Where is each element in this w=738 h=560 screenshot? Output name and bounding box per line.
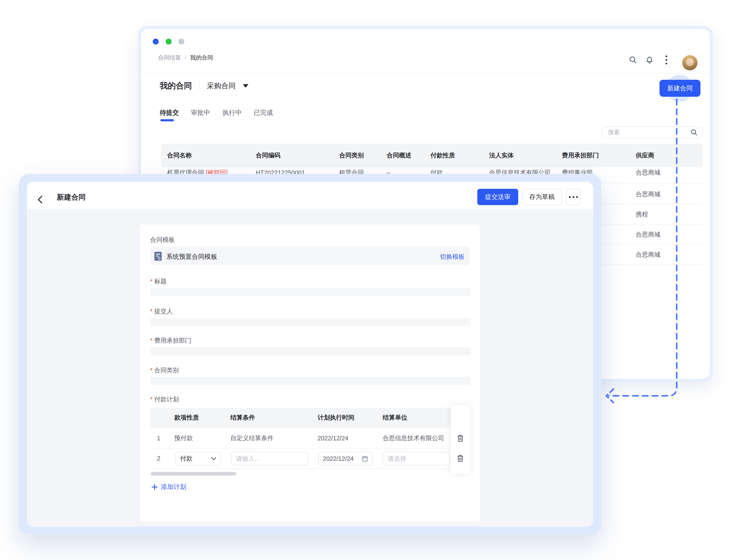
submit-for-approval-button[interactable]: 提交送审 bbox=[477, 189, 518, 205]
search-icon[interactable] bbox=[690, 128, 698, 136]
add-plan-link[interactable]: 添加计划 bbox=[151, 483, 186, 491]
plus-icon bbox=[151, 484, 158, 490]
payment-plan-label: *付款计划 bbox=[150, 395, 179, 404]
form-card: 合同模板 系统预置合同模板 切换模板 *标题 bbox=[140, 225, 480, 521]
app-canvas: 合同结算 / 我的合同 我的合同 采购合同 bbox=[0, 0, 738, 560]
template-label: 合同模板 bbox=[150, 236, 175, 244]
field-label-submitter: *提交人 bbox=[150, 307, 173, 316]
col-contract-summary: 合同概述 bbox=[387, 151, 411, 160]
contract-type-filter[interactable]: 采购合同 bbox=[207, 81, 236, 91]
more-icon bbox=[569, 196, 571, 198]
save-as-draft-button[interactable]: 存为草稿 bbox=[521, 189, 562, 205]
field-label-category: *合同类别 bbox=[150, 366, 179, 375]
condition-input[interactable] bbox=[236, 455, 304, 462]
unit-input[interactable] bbox=[387, 455, 445, 462]
template-name: 系统预置合同模板 bbox=[166, 252, 217, 261]
avatar[interactable] bbox=[682, 55, 698, 70]
date-picker-value: 2022/12/24 bbox=[323, 455, 362, 462]
col-contract-code: 合同编码 bbox=[256, 151, 281, 160]
list-title-row: 我的合同 采购合同 bbox=[160, 80, 249, 91]
add-plan-label: 添加计划 bbox=[161, 483, 186, 491]
horizontal-scrollbar-thumb[interactable] bbox=[150, 472, 236, 476]
breadcrumb: 合同结算 / 我的合同 bbox=[158, 54, 213, 61]
back-chevron-icon[interactable] bbox=[35, 194, 46, 205]
tab-in-approval[interactable]: 审批中 bbox=[191, 108, 210, 117]
contract-template-icon bbox=[154, 251, 162, 261]
header-divider bbox=[141, 73, 710, 73]
plan-cell-date: 2022/12/24 bbox=[318, 435, 348, 442]
plan-col-exec-date: 计划执行时间 bbox=[318, 414, 354, 422]
window-control-gray[interactable] bbox=[178, 39, 184, 45]
field-label-department: *费用承担部门 bbox=[150, 337, 191, 345]
department-field[interactable] bbox=[150, 347, 470, 355]
page-title: 我的合同 bbox=[160, 80, 192, 91]
tab-pending-submit[interactable]: 待提交 bbox=[160, 108, 179, 117]
unit-input-wrap bbox=[383, 452, 449, 465]
field-label-title: *标题 bbox=[150, 277, 166, 286]
nature-select-value: 付款 bbox=[180, 454, 211, 463]
window-control-blue[interactable] bbox=[153, 39, 159, 45]
switch-template-link[interactable]: 切换模板 bbox=[440, 252, 464, 261]
more-actions-button[interactable] bbox=[566, 189, 581, 205]
plan-row-divider bbox=[150, 449, 451, 449]
plan-cell-nature: 预付款 bbox=[174, 434, 193, 443]
window-control-green[interactable] bbox=[166, 39, 171, 45]
kebab-menu-icon[interactable] bbox=[661, 55, 671, 65]
new-contract-window-surface: 新建合同 提交送审 存为草稿 合同模板 bbox=[27, 182, 593, 527]
breadcrumb-divider: / bbox=[185, 54, 187, 61]
required-mark: * bbox=[150, 278, 152, 285]
plan-row-divider bbox=[150, 468, 451, 469]
new-contract-window: 新建合同 提交送审 存为草稿 合同模板 bbox=[19, 174, 601, 535]
breadcrumb-current: 我的合同 bbox=[190, 54, 213, 61]
plan-col-condition: 结算条件 bbox=[230, 414, 255, 422]
submitter-field[interactable] bbox=[150, 318, 470, 326]
condition-input-wrap bbox=[231, 452, 308, 465]
template-box: 系统预置合同模板 切换模板 bbox=[150, 247, 470, 265]
notification-bell-icon[interactable] bbox=[645, 55, 655, 65]
title-separator bbox=[199, 82, 200, 90]
date-picker[interactable]: 2022/12/24 bbox=[318, 452, 373, 465]
chevron-down-icon[interactable] bbox=[243, 84, 249, 88]
plan-col-nature: 款项性质 bbox=[174, 414, 199, 422]
active-tab-indicator bbox=[160, 119, 174, 121]
col-contract-name: 合同名称 bbox=[167, 151, 192, 160]
plan-row-index: 1 bbox=[157, 435, 160, 442]
plan-row-index: 2 bbox=[157, 455, 160, 462]
dashed-arrow-annotation bbox=[600, 93, 681, 407]
search-icon[interactable] bbox=[628, 55, 638, 65]
required-mark: * bbox=[150, 337, 152, 344]
required-mark: * bbox=[150, 367, 152, 374]
required-mark: * bbox=[150, 396, 152, 403]
tab-completed[interactable]: 已完成 bbox=[254, 108, 273, 117]
plan-cell-condition: 自定义结算条件 bbox=[230, 434, 274, 443]
col-legal-entity: 法人实体 bbox=[489, 151, 514, 160]
form-page-title: 新建合同 bbox=[57, 192, 86, 202]
col-cost-department: 费用承担部门 bbox=[562, 151, 599, 160]
delete-row-icon[interactable] bbox=[456, 454, 465, 463]
calendar-icon bbox=[362, 455, 368, 462]
required-mark: * bbox=[150, 308, 152, 315]
form-content-background: 合同模板 系统预置合同模板 切换模板 *标题 bbox=[27, 210, 593, 527]
chevron-down-icon bbox=[211, 457, 217, 461]
nature-select[interactable]: 付款 bbox=[175, 452, 221, 465]
tab-in-execution[interactable]: 执行中 bbox=[223, 108, 242, 117]
category-field[interactable] bbox=[150, 377, 470, 385]
breadcrumb-section[interactable]: 合同结算 bbox=[158, 54, 181, 61]
col-payment-nature: 付款性质 bbox=[430, 151, 455, 160]
plan-col-settle-unit: 结算单位 bbox=[383, 414, 407, 422]
delete-row-icon[interactable] bbox=[456, 434, 465, 443]
plan-cell-unit: 合思信息技术有限公司 bbox=[383, 434, 444, 443]
col-contract-category: 合同类别 bbox=[339, 151, 364, 160]
title-field[interactable] bbox=[150, 288, 470, 296]
